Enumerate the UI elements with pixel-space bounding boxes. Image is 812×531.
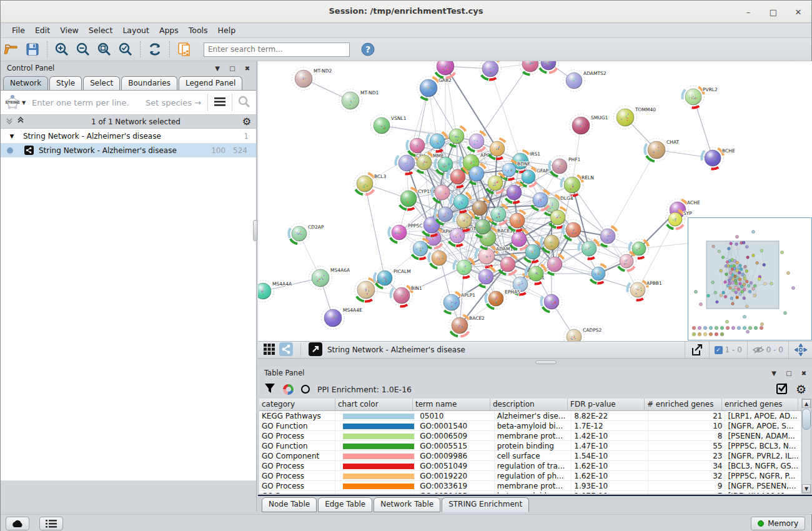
tab-edge-table[interactable]: Edge Table xyxy=(318,497,372,512)
save-session-button[interactable] xyxy=(22,40,43,59)
protein-node-bin1[interactable]: BIN1 xyxy=(391,285,422,307)
protein-node[interactable] xyxy=(485,173,506,194)
tab-network[interactable]: Network xyxy=(3,76,48,90)
minimize-button[interactable]: – xyxy=(740,4,756,19)
string-logo-dropdown[interactable]: STRING ▼ xyxy=(1,94,29,111)
protein-node-cd2ap[interactable]: CD2AP xyxy=(289,224,324,244)
protein-node[interactable] xyxy=(589,264,608,284)
zoom-out-button[interactable] xyxy=(72,40,94,59)
help-button[interactable]: ? xyxy=(357,40,379,59)
table-row[interactable]: GO ProcessGO:0006509membrane prot...1.42… xyxy=(259,431,801,441)
protein-node[interactable] xyxy=(410,239,431,259)
protein-node-bche[interactable]: BCHE xyxy=(702,147,735,169)
table-row[interactable]: GO ProcessGO:0033619membrane prot...1.93… xyxy=(259,481,801,491)
column-header-6[interactable]: enriched genes xyxy=(722,399,798,410)
protein-node-phf1[interactable]: PHF1 xyxy=(550,156,581,177)
protein-node-ms4a4a[interactable]: MS4A4A xyxy=(258,280,292,302)
protein-node-picalm[interactable]: PICALM xyxy=(375,268,411,289)
network-row-selected[interactable]: String Network - Alzheimer's disease 100… xyxy=(1,143,256,157)
table-row[interactable]: GO FunctionGO:0005515protein binding1.47… xyxy=(259,441,801,451)
panel-menu-icon[interactable]: ▼ xyxy=(212,65,222,72)
filter-icon[interactable] xyxy=(264,383,275,396)
collapse-all-icon[interactable] xyxy=(6,117,13,126)
birdseye-overview[interactable] xyxy=(688,217,812,340)
navigator-button[interactable] xyxy=(789,342,812,358)
table-row[interactable]: GO FunctionGO:0001540beta-amyloid bi...1… xyxy=(259,421,801,431)
tab-boundaries[interactable]: Boundaries xyxy=(121,76,177,90)
table-panel-menu-icon[interactable]: ▼ xyxy=(769,370,779,377)
table-scrollbar[interactable]: ▲ ▼ xyxy=(801,399,811,494)
protein-node[interactable] xyxy=(526,264,547,284)
protein-node-tomm40[interactable]: TOMM40 xyxy=(614,106,656,129)
protein-node[interactable] xyxy=(617,252,636,271)
protein-node[interactable] xyxy=(545,254,565,275)
table-panel-close-icon[interactable]: ✖ xyxy=(799,370,809,377)
open-session-button[interactable] xyxy=(1,40,22,59)
protein-node-apbb1[interactable]: APBB1 xyxy=(628,280,662,300)
protein-node[interactable] xyxy=(630,239,649,259)
search-input[interactable] xyxy=(204,42,350,57)
string-options-icon[interactable] xyxy=(208,97,232,108)
protein-node-ms4a6a[interactable]: MS4A6A xyxy=(309,267,350,290)
scroll-up-icon[interactable]: ▲ xyxy=(802,399,811,408)
network-share-view-icon[interactable] xyxy=(279,342,293,358)
protein-node[interactable] xyxy=(476,267,497,287)
vertical-splitter-grip[interactable] xyxy=(253,220,257,241)
table-panel-float-icon[interactable]: □ xyxy=(784,370,794,377)
select-all-checkbox-icon[interactable] xyxy=(776,382,788,396)
protein-node-cadps2[interactable]: CADPS2 xyxy=(564,327,602,342)
protein-node[interactable] xyxy=(447,126,467,147)
protein-node-gab2[interactable]: GAB2 xyxy=(417,77,452,100)
protein-node[interactable] xyxy=(509,229,530,250)
protein-node-gfap[interactable]: GFAP xyxy=(519,167,549,187)
string-search-icon[interactable] xyxy=(232,96,256,110)
protein-node[interactable] xyxy=(467,164,487,184)
table-row[interactable]: GO ComponentGO:0009986cell surface1.54E-… xyxy=(259,451,801,461)
horizontal-splitter-grip[interactable] xyxy=(535,360,557,364)
protein-node[interactable] xyxy=(432,182,453,203)
cloud-tasks-button[interactable] xyxy=(6,517,29,530)
menu-layout[interactable]: Layout xyxy=(117,24,154,37)
menu-file[interactable]: File xyxy=(7,24,30,37)
protein-node-vsnl1[interactable]: VSNL1 xyxy=(371,115,407,137)
zoom-in-button[interactable] xyxy=(51,40,72,59)
tree-expand-icon[interactable]: ▼ xyxy=(6,133,18,139)
protein-node-mt-nd2[interactable]: MT-ND2 xyxy=(292,67,332,91)
protein-node-mt-nd1[interactable]: MT-ND1 xyxy=(339,89,379,112)
horizontal-splitter[interactable] xyxy=(258,359,812,366)
menu-edit[interactable]: Edit xyxy=(30,24,55,37)
protein-node[interactable] xyxy=(563,220,584,241)
detach-view-icon[interactable] xyxy=(309,342,322,358)
protein-node[interactable] xyxy=(530,190,551,211)
menu-help[interactable]: Help xyxy=(213,24,241,37)
network-collection-row[interactable]: ▼ String Network - Alzheimer's disease 1 xyxy=(1,129,256,143)
set-species-label[interactable]: Set species → xyxy=(146,98,207,107)
protein-node[interactable] xyxy=(429,248,450,269)
protein-node-aplp1[interactable]: APLP1 xyxy=(441,292,476,314)
protein-node[interactable] xyxy=(480,61,502,80)
menu-select[interactable]: Select xyxy=(84,24,118,37)
task-list-button[interactable] xyxy=(39,517,63,530)
column-header-5[interactable]: # enriched genes xyxy=(645,399,722,410)
string-query-placeholder[interactable]: Enter one term per line. xyxy=(29,98,146,107)
table-row[interactable]: GO ProcessGO:0051049regulation of tra...… xyxy=(259,461,801,471)
protein-node[interactable] xyxy=(538,61,559,73)
protein-node[interactable] xyxy=(467,131,487,152)
ring-chart-icon[interactable] xyxy=(301,385,310,394)
column-header-0[interactable]: category xyxy=(259,399,335,410)
column-header-1[interactable]: chart color xyxy=(335,399,413,410)
tab-node-table[interactable]: Node Table xyxy=(262,497,317,512)
protein-node[interactable] xyxy=(542,292,562,312)
protein-node-ms4a4e[interactable]: MS4A4E xyxy=(322,307,362,330)
tab-style[interactable]: Style xyxy=(49,76,82,90)
panel-float-icon[interactable]: □ xyxy=(227,65,237,72)
zoom-fit-button[interactable] xyxy=(94,40,115,59)
protein-node[interactable] xyxy=(427,131,448,152)
expand-all-icon[interactable] xyxy=(17,117,24,126)
protein-node-smug1[interactable]: SMUG1 xyxy=(570,114,608,137)
protein-node[interactable] xyxy=(504,182,525,203)
menu-view[interactable]: View xyxy=(55,24,84,37)
column-header-2[interactable]: term name xyxy=(413,399,490,410)
network-from-file-button[interactable] xyxy=(174,40,195,59)
close-button[interactable]: ✕ xyxy=(790,4,806,19)
